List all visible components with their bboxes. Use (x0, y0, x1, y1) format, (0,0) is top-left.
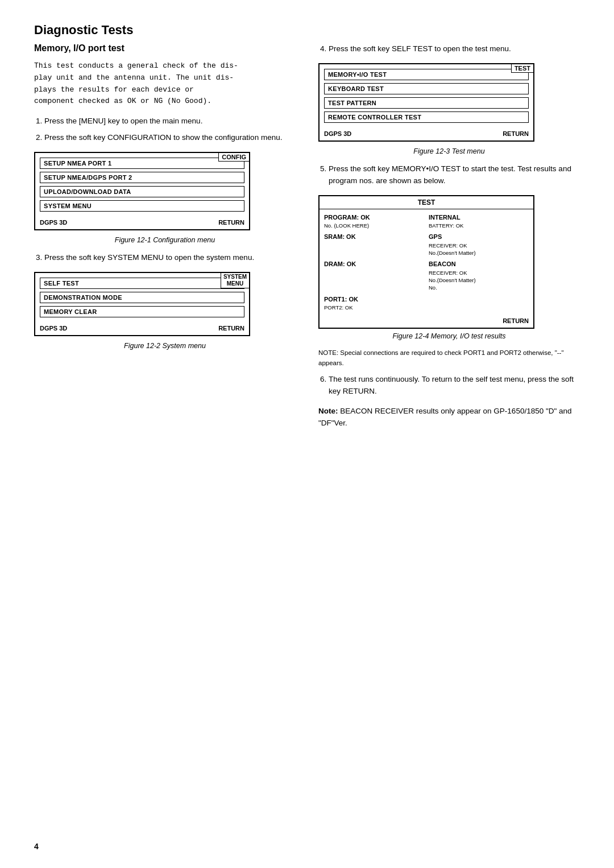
left-column: Memory, I/O port test This test conducts… (34, 43, 296, 436)
test-footer-right: RETURN (503, 130, 529, 137)
config-menu-caption: Figure 12-1 Configuration menu (34, 236, 296, 244)
test-menu-caption: Figure 12-3 Test menu (318, 147, 580, 155)
right-column: Press the soft key SELF TEST to open the… (318, 43, 580, 436)
test-results-header: TEST (320, 196, 533, 209)
test-menu-box: TEST MEMORY•I/O TEST KEYBOARD TEST TEST … (318, 63, 534, 142)
test-menu-label: TEST (511, 64, 534, 73)
steps-list-right: Press the soft key SELF TEST to open the… (318, 43, 580, 55)
test-result-program: PROGRAM: OK No. (LOOK HERE) (323, 213, 425, 230)
test-result-internal: INTERNAL BATTERY: OK (428, 213, 530, 230)
test-results-footer: RETURN (320, 315, 533, 328)
test-result-dram: DRAM: OK (323, 259, 425, 292)
system-menu-footer: DGPS 3D RETURN (35, 323, 249, 335)
config-item-4: SYSTEM MENU (40, 200, 244, 212)
test-results-return: RETURN (503, 317, 529, 324)
config-menu-box: CONFIG SETUP NMEA PORT 1 SETUP NMEA/DGPS… (34, 152, 250, 230)
system-menu-label: SYSTEMMENU (221, 272, 250, 288)
config-footer-right: RETURN (218, 219, 244, 226)
section-subtitle: Memory, I/O port test (34, 43, 296, 53)
config-item-2: SETUP NMEA/DGPS PORT 2 (40, 172, 244, 183)
page-title: Diagnostic Tests (34, 23, 580, 38)
system-item-1: SELF TEST (40, 278, 244, 289)
test-menu-figure: TEST MEMORY•I/O TEST KEYBOARD TEST TEST … (318, 63, 580, 155)
config-footer-left: DGPS 3D (40, 219, 67, 226)
config-item-3: UPLOAD/DOWNLOAD DATA (40, 186, 244, 197)
system-footer-right: RETURN (218, 325, 244, 332)
system-footer-left: DGPS 3D (40, 325, 67, 332)
test-menu-footer: DGPS 3D RETURN (320, 128, 533, 140)
test-item-4: REMOTE CONTROLLER TEST (324, 111, 529, 123)
system-item-3: MEMORY CLEAR (40, 306, 244, 317)
note-beacon: Note: BEACON RECEIVER results only appea… (318, 406, 580, 429)
system-menu-caption: Figure 12-2 System menu (34, 342, 296, 350)
test-results-box: TEST PROGRAM: OK No. (LOOK HERE) INTERNA… (318, 195, 534, 329)
test-result-gps: GPS RECEIVER: OKNo.(Doesn't Matter) (428, 232, 530, 257)
test-item-2: KEYBOARD TEST (324, 83, 529, 94)
test-result-sram: SRAM: OK (323, 232, 425, 257)
step-1: Press the [MENU] key to open the main me… (44, 115, 296, 127)
test-result-beacon: BEACON RECEIVER: OKNo.(Doesn't Matter)No… (428, 259, 530, 292)
steps-list: Press the [MENU] key to open the main me… (34, 115, 296, 144)
intro-paragraph: This test conducts a general check of th… (34, 60, 296, 108)
test-footer-left: DGPS 3D (324, 130, 351, 137)
steps-list-right-2: Press the soft key MEMORY•I/O TEST to st… (318, 163, 580, 187)
step-3: Press the soft key SYSTEM MENU to open t… (44, 252, 296, 264)
steps-list-2: Press the soft key SYSTEM MENU to open t… (34, 252, 296, 264)
system-menu-items: SELF TEST DEMONSTRATION MODE MEMORY CLEA… (35, 273, 249, 323)
system-item-2: DEMONSTRATION MODE (40, 292, 244, 303)
system-menu-box: SYSTEMMENU SELF TEST DEMONSTRATION MODE … (34, 272, 250, 336)
test-item-3: TEST PATTERN (324, 97, 529, 109)
steps-list-right-3: The test runs continuously. To return to… (318, 374, 580, 398)
system-menu-figure: SYSTEMMENU SELF TEST DEMONSTRATION MODE … (34, 272, 296, 350)
step-5: Press the soft key MEMORY•I/O TEST to st… (329, 163, 580, 187)
test-results-caption: Figure 12-4 Memory, I/O test results (318, 332, 580, 340)
page-number: 4 (34, 842, 39, 851)
note-special: NOTE: Special connections are required t… (318, 348, 580, 368)
test-result-ports: PORT1: OK PORT2: OK (323, 295, 425, 312)
config-menu-footer: DGPS 3D RETURN (35, 217, 249, 229)
test-item-1: MEMORY•I/O TEST (324, 69, 529, 80)
test-result-empty (428, 295, 530, 312)
test-results-grid: PROGRAM: OK No. (LOOK HERE) INTERNAL BAT… (320, 209, 533, 316)
step-2: Press the soft key CONFIGURATION to show… (44, 132, 296, 144)
config-menu-figure: CONFIG SETUP NMEA PORT 1 SETUP NMEA/DGPS… (34, 152, 296, 244)
config-menu-items: SETUP NMEA PORT 1 SETUP NMEA/DGPS PORT 2… (35, 153, 249, 217)
step-6: The test runs continuously. To return to… (329, 374, 580, 398)
step-4: Press the soft key SELF TEST to open the… (329, 43, 580, 55)
test-menu-items: MEMORY•I/O TEST KEYBOARD TEST TEST PATTE… (320, 64, 533, 128)
config-menu-label: CONFIG (218, 152, 250, 162)
test-results-figure: TEST PROGRAM: OK No. (LOOK HERE) INTERNA… (318, 195, 580, 341)
config-item-1: SETUP NMEA PORT 1 (40, 158, 244, 169)
